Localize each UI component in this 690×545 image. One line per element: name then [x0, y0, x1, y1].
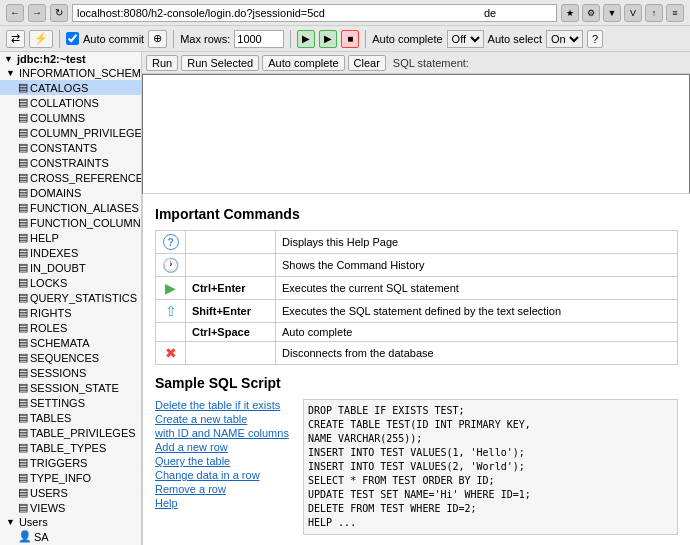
- sidebar-users-group[interactable]: ▼ Users: [0, 515, 141, 529]
- sidebar-connection[interactable]: ▼ jdbc:h2:~test: [0, 52, 141, 66]
- table-icon13: ▤: [18, 261, 28, 274]
- table-icon16: ▤: [18, 306, 28, 319]
- sql-editor[interactable]: [142, 74, 690, 194]
- table-icon11: ▤: [18, 231, 28, 244]
- table-label: ROLES: [30, 322, 67, 334]
- sidebar-table-views[interactable]: ▤ VIEWS: [0, 500, 141, 515]
- sidebar-table-help[interactable]: ▤ HELP: [0, 230, 141, 245]
- table-icon22: ▤: [18, 396, 28, 409]
- toolbar-icon2[interactable]: ⚡: [29, 30, 53, 48]
- table-label: LOCKS: [30, 277, 67, 289]
- sample-link-3[interactable]: with ID and NAME columns: [155, 427, 295, 439]
- table-icon4: ▤: [18, 126, 28, 139]
- sidebar-table-triggers[interactable]: ▤ TRIGGERS: [0, 455, 141, 470]
- sample-link-8[interactable]: Help: [155, 497, 295, 509]
- sidebar-table-table-privileges[interactable]: ▤ TABLE_PRIVILEGES: [0, 425, 141, 440]
- cmd-icon-cell: ?: [156, 231, 186, 254]
- sidebar-table-function-columns[interactable]: ▤ FUNCTION_COLUMNS: [0, 215, 141, 230]
- content-area: Important Commands ? Displays this Help …: [142, 194, 690, 545]
- sidebar-table-query-statistics[interactable]: ▤ QUERY_STATISTICS: [0, 290, 141, 305]
- table-icon1: ▤: [18, 81, 28, 94]
- help-button[interactable]: ?: [587, 30, 603, 48]
- sidebar-table-type-info[interactable]: ▤ TYPE_INFO: [0, 470, 141, 485]
- sidebar-table-constraints[interactable]: ▤ CONSTRAINTS: [0, 155, 141, 170]
- forward-button[interactable]: →: [28, 4, 46, 22]
- sidebar-table-indexes[interactable]: ▤ INDEXES: [0, 245, 141, 260]
- table-icon27: ▤: [18, 471, 28, 484]
- cmd-icon-cell: ✖: [156, 342, 186, 365]
- right-panel: Run Run Selected Auto complete Clear SQL…: [142, 52, 690, 545]
- table-label: COLUMNS: [30, 112, 85, 124]
- back-button[interactable]: ←: [6, 4, 24, 22]
- cmd-desc-cell: Displays this Help Page: [276, 231, 678, 254]
- refresh-button[interactable]: ↻: [50, 4, 68, 22]
- sidebar-table-collations[interactable]: ▤ COLLATIONS: [0, 95, 141, 110]
- auto-commit-checkbox[interactable]: [66, 32, 79, 45]
- command-row-4: ⇧ Shift+Enter Executes the SQL statement…: [156, 300, 678, 323]
- sidebar-table-roles[interactable]: ▤ ROLES: [0, 320, 141, 335]
- sample-link-6[interactable]: Change data in a row: [155, 469, 295, 481]
- sidebar-table-session-state[interactable]: ▤ SESSION_STATE: [0, 380, 141, 395]
- auto-complete-select[interactable]: Off On: [447, 30, 484, 48]
- auto-select-label: Auto select: [488, 33, 542, 45]
- toolbar-sep1: [59, 30, 60, 48]
- stop-button[interactable]: ■: [341, 30, 359, 48]
- sidebar-table-catalogs[interactable]: ▤ CATALOGS: [0, 80, 141, 95]
- menu-icon[interactable]: ▼: [603, 4, 621, 22]
- browser-icons: ★ ⚙ ▼ V ↑ ≡: [561, 4, 684, 22]
- toolbar-sep2: [173, 30, 174, 48]
- sql-toolbar: Run Run Selected Auto complete Clear SQL…: [142, 52, 690, 74]
- sidebar-table-constants[interactable]: ▤ CONSTANTS: [0, 140, 141, 155]
- gear-icon[interactable]: ⚙: [582, 4, 600, 22]
- sidebar-information-schema[interactable]: ▼ INFORMATION_SCHEMA: [0, 66, 141, 80]
- table-icon14: ▤: [18, 276, 28, 289]
- sample-link-4[interactable]: Add a new row: [155, 441, 295, 453]
- sidebar-table-users[interactable]: ▤ USERS: [0, 485, 141, 500]
- sample-link-1[interactable]: Delete the table if it exists: [155, 399, 295, 411]
- sidebar-table-in-doubt[interactable]: ▤ IN_DOUBT: [0, 260, 141, 275]
- sidebar-table-sessions[interactable]: ▤ SESSIONS: [0, 365, 141, 380]
- icon2[interactable]: ↑: [645, 4, 663, 22]
- sidebar-table-table-types[interactable]: ▤ TABLE_TYPES: [0, 440, 141, 455]
- sidebar-table-schemata[interactable]: ▤ SCHEMATA: [0, 335, 141, 350]
- auto-complete-button[interactable]: Auto complete: [262, 55, 344, 71]
- max-rows-input[interactable]: [234, 30, 284, 48]
- command-row-5: Ctrl+Space Auto complete: [156, 323, 678, 342]
- sidebar-table-function-aliases[interactable]: ▤ FUNCTION_ALIASES: [0, 200, 141, 215]
- run-green-button[interactable]: ▶: [297, 30, 315, 48]
- sidebar-table-locks[interactable]: ▤ LOCKS: [0, 275, 141, 290]
- table-label: SESSIONS: [30, 367, 86, 379]
- table-label: TRIGGERS: [30, 457, 87, 469]
- cmd-icon-cell: [156, 323, 186, 342]
- sidebar-sa-user[interactable]: 👤 SA: [0, 529, 141, 544]
- command-row-6: ✖ Disconnects from the database: [156, 342, 678, 365]
- cmd-desc-cell: Executes the SQL statement defined by th…: [276, 300, 678, 323]
- max-rows-label: Max rows:: [180, 33, 230, 45]
- cmd-desc-cell: Shows the Command History: [276, 254, 678, 277]
- clear-button[interactable]: Clear: [348, 55, 386, 71]
- sidebar-table-domains[interactable]: ▤ DOMAINS: [0, 185, 141, 200]
- toolbar-icon3[interactable]: ⊕: [148, 30, 167, 48]
- table-label: COLLATIONS: [30, 97, 99, 109]
- run-selected-button[interactable]: Run Selected: [181, 55, 259, 71]
- icon3[interactable]: ≡: [666, 4, 684, 22]
- sidebar-table-columns[interactable]: ▤ COLUMNS: [0, 110, 141, 125]
- toolbar-icon1[interactable]: ⇄: [6, 30, 25, 48]
- run-green-button2[interactable]: ▶: [319, 30, 337, 48]
- sidebar-table-rights[interactable]: ▤ RIGHTS: [0, 305, 141, 320]
- auto-select-select[interactable]: On Off: [546, 30, 583, 48]
- run-button[interactable]: Run: [146, 55, 178, 71]
- icon1[interactable]: V: [624, 4, 642, 22]
- url-bar[interactable]: [72, 4, 557, 22]
- sa-icon: 👤: [18, 530, 32, 543]
- star-icon[interactable]: ★: [561, 4, 579, 22]
- sidebar-table-tables[interactable]: ▤ TABLES: [0, 410, 141, 425]
- sidebar-table-cross-references[interactable]: ▤ CROSS_REFERENCES: [0, 170, 141, 185]
- sample-link-2[interactable]: Create a new table: [155, 413, 295, 425]
- cmd-shortcut-cell: [186, 254, 276, 277]
- sample-link-7[interactable]: Remove a row: [155, 483, 295, 495]
- sidebar-table-column-privileges[interactable]: ▤ COLUMN_PRIVILEGES: [0, 125, 141, 140]
- sample-link-5[interactable]: Query the table: [155, 455, 295, 467]
- sidebar-table-sequences[interactable]: ▤ SEQUENCES: [0, 350, 141, 365]
- sidebar-table-settings[interactable]: ▤ SETTINGS: [0, 395, 141, 410]
